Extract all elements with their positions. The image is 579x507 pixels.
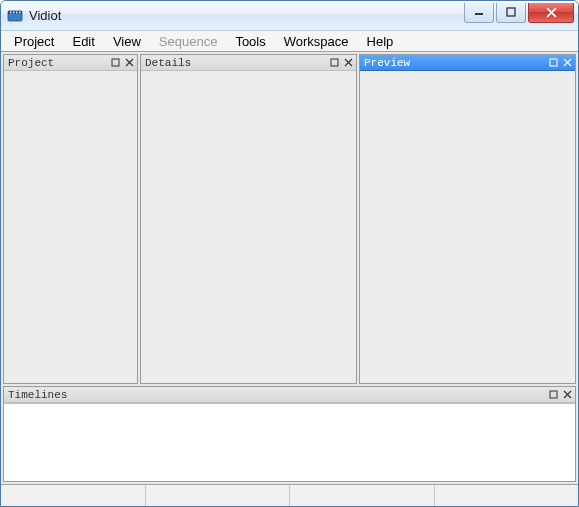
menu-project[interactable]: Project (5, 32, 63, 51)
lower-panels: Timelines (3, 386, 576, 482)
panel-project: Project (3, 54, 138, 384)
minimize-icon (474, 7, 484, 17)
close-icon (563, 58, 572, 67)
panel-timelines-maximize-button[interactable] (547, 389, 559, 401)
status-cell-3 (434, 485, 579, 506)
maximize-icon (506, 7, 516, 17)
svg-rect-4 (16, 11, 18, 13)
close-icon (125, 58, 134, 67)
menubar: Project Edit View Sequence Tools Workspa… (1, 31, 578, 52)
minimize-button[interactable] (464, 3, 494, 23)
panel-preview-title: Preview (364, 57, 545, 69)
panel-details-title: Details (145, 57, 326, 69)
panel-details-body[interactable] (141, 71, 356, 383)
panel-preview-close-button[interactable] (561, 57, 573, 69)
close-button[interactable] (528, 3, 574, 23)
panel-timelines-close-button[interactable] (561, 389, 573, 401)
titlebar[interactable]: Vidiot (1, 1, 578, 31)
svg-rect-5 (19, 11, 21, 13)
window-title: Vidiot (29, 8, 462, 23)
svg-rect-10 (550, 59, 557, 66)
status-cell-1 (145, 485, 290, 506)
maximize-icon (330, 58, 339, 67)
statusbar (1, 484, 578, 506)
panel-project-body[interactable] (4, 71, 137, 383)
panel-timelines-body[interactable] (4, 403, 575, 481)
menu-edit[interactable]: Edit (63, 32, 103, 51)
main-window: Vidiot Project Edit View Sequence (0, 0, 579, 507)
menu-tools[interactable]: Tools (226, 32, 274, 51)
panel-timelines-header[interactable]: Timelines (4, 387, 575, 403)
window-controls (462, 3, 574, 23)
menu-sequence: Sequence (150, 32, 227, 51)
panel-preview-maximize-button[interactable] (547, 57, 559, 69)
maximize-icon (111, 58, 120, 67)
app-icon (7, 8, 23, 24)
svg-rect-11 (550, 391, 557, 398)
panel-details-header[interactable]: Details (141, 55, 356, 71)
panel-project-maximize-button[interactable] (109, 57, 121, 69)
workarea: Project Details (1, 52, 578, 484)
menu-workspace[interactable]: Workspace (275, 32, 358, 51)
status-cell-2 (289, 485, 434, 506)
upper-panels: Project Details (3, 54, 576, 384)
panel-timelines: Timelines (3, 386, 576, 482)
status-cell-0 (1, 485, 145, 506)
panel-project-close-button[interactable] (123, 57, 135, 69)
maximize-button[interactable] (496, 3, 526, 23)
maximize-icon (549, 58, 558, 67)
panel-details: Details (140, 54, 357, 384)
close-icon (563, 390, 572, 399)
close-icon (546, 7, 557, 18)
panel-timelines-title: Timelines (8, 389, 545, 401)
panel-project-title: Project (8, 57, 107, 69)
panel-preview-header[interactable]: Preview (360, 55, 575, 71)
maximize-icon (549, 390, 558, 399)
menu-help[interactable]: Help (358, 32, 403, 51)
svg-rect-6 (475, 13, 483, 15)
panel-preview-body[interactable] (360, 71, 575, 383)
menu-view[interactable]: View (104, 32, 150, 51)
close-icon (344, 58, 353, 67)
panel-project-header[interactable]: Project (4, 55, 137, 71)
svg-rect-9 (331, 59, 338, 66)
svg-rect-3 (13, 11, 15, 13)
panel-preview: Preview (359, 54, 576, 384)
panel-details-close-button[interactable] (342, 57, 354, 69)
panel-details-maximize-button[interactable] (328, 57, 340, 69)
svg-rect-8 (112, 59, 119, 66)
svg-rect-2 (10, 11, 12, 13)
svg-rect-7 (507, 8, 515, 16)
